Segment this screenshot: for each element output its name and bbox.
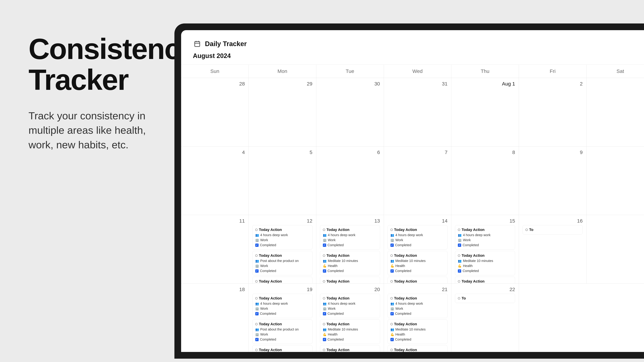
day-30: 30 [316,78,384,146]
day-21[interactable]: 21 Today Action 👥 4 hours deep work [384,284,452,352]
task-card[interactable]: Today Action 👥 4 hours deep work 🏢 Work [455,225,515,250]
week-row-3: 11 12 Today Action 👥 [181,215,644,284]
calendar-area: Sun Mon Tue Wed Thu Fri Sat 28 29 30 31 [181,65,644,352]
people-icon: 👥 [255,233,259,237]
title-line2: Tracker [28,63,128,96]
app-header: Daily Tracker August 2024 [181,30,644,65]
day-8: 8 [451,146,519,215]
day-mon: Mon [249,65,316,78]
task-card[interactable]: Today Action 👥 4 hours deep work 🏢 Work [252,294,312,318]
day-31: 31 [384,78,452,146]
screen: Daily Tracker August 2024 Sun Mon Tue We… [181,30,644,352]
week-row-4: 18 19 Today Action 👥 [181,284,644,352]
task-card[interactable]: To [522,225,582,234]
task-card[interactable]: Today Action 👥 Meditate 10 minutes 💪 Hea… [320,251,380,275]
day-sat: Sat [586,65,644,78]
calendar-grid: 28 29 30 31 Aug 1 2 3 4 5 6 7 8 [181,78,644,352]
task-card[interactable]: Today Action 📚 Read book for 1 hour 📚 Ha… [320,277,380,283]
subtitle: Track your consistency in multiple areas… [28,109,148,152]
day-tue: Tue [316,65,384,78]
day-5: 5 [249,146,316,215]
day-20[interactable]: 20 Today Action 👥 4 hours deep work [316,284,384,352]
day-13[interactable]: 13 Today Action 👥 4 hours deep work [316,215,384,283]
task-card[interactable]: Today Action 👥 4 hours deep work 🏢 Work [320,225,380,250]
task-card[interactable]: Today Action [252,345,312,352]
task-card[interactable]: Today Action 👥 4 hours deep work 🏢 Work [388,294,448,318]
day-sun: Sun [181,65,249,78]
right-panel: Daily Tracker August 2024 Sun Mon Tue We… [164,0,644,362]
day-6: 6 [316,146,384,215]
week-row-1: 28 29 30 31 Aug 1 2 3 [181,78,644,146]
task-card[interactable]: Today Action 👥 Post about the product on… [252,320,312,344]
day-23 [519,284,586,352]
day-19[interactable]: 19 Today Action 👥 4 hours deep work [249,284,316,352]
day-thu: Thu [451,65,519,78]
day-4: 4 [181,146,249,215]
day-15[interactable]: 15 Today Action 👥 4 hours deep work [451,215,519,283]
task-card[interactable]: Today Action 👥 4 hours deep work 🏢 Work [320,294,380,318]
task-card[interactable]: Today Action 👥 Post about the product on… [252,251,312,275]
day-28: 28 [181,78,249,146]
task-card[interactable]: Today Action [388,345,448,352]
task-card[interactable]: Today Action 👥 4 hours deep work 🏢 Work [388,225,448,250]
day-11: 11 [181,215,249,283]
day-2: 2 [519,78,586,146]
day-aug1: Aug 1 [451,78,519,146]
day-3: 3 [586,78,644,146]
device-frame: Daily Tracker August 2024 Sun Mon Tue We… [174,23,644,359]
task-dot [255,229,258,231]
week-row-2: 4 5 6 7 8 9 10 [181,146,644,215]
work-icon: 🏢 [255,238,259,242]
app-title: Daily Tracker [205,40,247,48]
calendar-icon [193,39,202,48]
task-card[interactable]: Today Action 👥 4 hours deep work 🏢 Work [252,225,312,250]
app-title-row: Daily Tracker [193,39,642,48]
completed-checkbox [255,244,258,247]
task-card[interactable]: To [455,294,515,303]
day-18: 18 [181,284,249,352]
day-7: 7 [384,146,452,215]
task-card[interactable]: Today Action 📚 Read book for 1 hour 📚 Ha… [388,277,448,283]
task-card[interactable]: Today Action 👥 Windup work on 6 pm 🏢 Wor… [252,277,312,283]
month-label: August 2024 [193,52,642,59]
day-fri: Fri [519,65,586,78]
day-16: 16 To [519,215,586,283]
day-17 [586,215,644,283]
day-29: 29 [249,78,316,146]
task-card[interactable]: Today Action [320,345,380,352]
task-card[interactable]: Today Action 👥 Meditate 10 minutes 💪 Hea… [388,320,448,344]
svg-rect-0 [195,41,200,46]
day-14[interactable]: 14 Today Action 👥 4 hours deep work [384,215,452,283]
day-10: 10 [586,146,644,215]
task-card[interactable]: Today Action 👥 Meditate 10 minutes 💪 Hea… [455,251,515,275]
day-9: 9 [519,146,586,215]
main-title: Consistency Tracker [28,33,148,95]
day-22[interactable]: 22 To [451,284,519,352]
task-card[interactable]: Today Action 📚 Read book for 1 hour 📚 Ha… [455,277,515,283]
task-card[interactable]: Today Action 👥 Meditate 10 minutes 💪 Hea… [320,320,380,344]
task-card[interactable]: Today Action 👥 Meditate 10 minutes 💪 Hea… [388,251,448,275]
day-12[interactable]: 12 Today Action 👥 4 hours deep work [249,215,316,283]
left-panel: Consistency Tracker Track your consisten… [0,0,164,362]
day-wed: Wed [384,65,452,78]
day-headers: Sun Mon Tue Wed Thu Fri Sat [181,65,644,78]
